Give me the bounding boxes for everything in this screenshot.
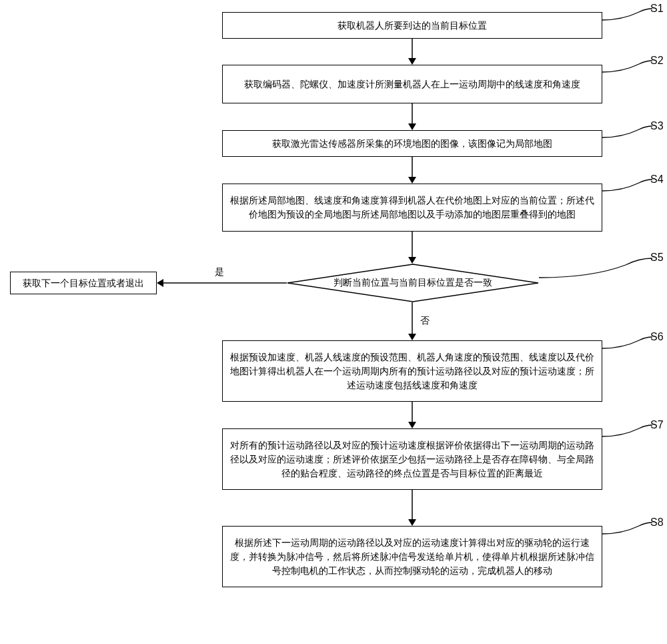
arrow-s5-s6 (406, 302, 418, 340)
arrow-s5-exit (157, 277, 287, 289)
step-s7-text: 对所有的预计运动路径以及对应的预计运动速度根据评价依据得出下一运动周期的运动路径… (229, 438, 595, 480)
step-s1-text: 获取机器人所要到达的当前目标位置 (338, 19, 487, 33)
svg-marker-6 (408, 177, 416, 184)
step-exit: 获取下一个目标位置或者退出 (10, 272, 157, 294)
step-s4: 根据所述局部地图、线速度和角速度算得到机器人在代价地图上对应的当前位置；所述代价… (222, 184, 602, 232)
arrow-s7-s8 (406, 490, 418, 526)
decision-s5: 判断当前位置与当前目标位置是否一致 (287, 264, 539, 302)
svg-marker-16 (157, 279, 163, 287)
leader-s1 (602, 8, 652, 21)
svg-marker-8 (408, 257, 416, 264)
leader-s5 (539, 257, 652, 279)
step-s7: 对所有的预计运动路径以及对应的预计运动速度根据评价依据得出下一运动周期的运动路径… (222, 428, 602, 490)
svg-marker-2 (408, 58, 416, 65)
edge-label-no: 否 (420, 315, 430, 327)
svg-marker-14 (408, 519, 416, 526)
leader-s4 (602, 179, 652, 192)
leader-s6 (602, 336, 652, 350)
step-s1: 获取机器人所要到达的当前目标位置 (222, 12, 602, 39)
step-s8-text: 根据所述下一运动周期的运动路径以及对应的运动速度计算得出对应的驱动轮的运行速度，… (229, 536, 595, 578)
arrow-s3-s4 (406, 157, 418, 184)
step-s3: 获取激光雷达传感器所采集的环境地图的图像，该图像记为局部地图 (222, 130, 602, 157)
svg-marker-12 (408, 422, 416, 428)
leader-s8 (602, 522, 652, 535)
step-s3-text: 获取激光雷达传感器所采集的环境地图的图像，该图像记为局部地图 (272, 137, 552, 151)
arrow-s1-s2 (406, 39, 418, 65)
step-s2-text: 获取编码器、陀螺仪、加速度计所测量机器人在上一运动周期中的线速度和角速度 (244, 77, 580, 91)
decision-s5-text: 判断当前位置与当前目标位置是否一致 (287, 278, 539, 289)
step-s6: 根据预设加速度、机器人线速度的预设范围、机器人角速度的预设范围、线速度以及代价地… (222, 340, 602, 402)
svg-marker-4 (408, 123, 416, 130)
step-s4-text: 根据所述局部地图、线速度和角速度算得到机器人在代价地图上对应的当前位置；所述代价… (229, 194, 595, 222)
leader-s7 (602, 424, 652, 438)
leader-s3 (602, 125, 652, 139)
step-s6-text: 根据预设加速度、机器人线速度的预设范围、机器人角速度的预设范围、线速度以及代价地… (229, 350, 595, 392)
leader-s2 (602, 60, 652, 73)
edge-label-yes: 是 (215, 266, 224, 278)
svg-marker-10 (408, 334, 416, 340)
arrow-s4-s5 (406, 232, 418, 264)
arrow-s6-s7 (406, 402, 418, 428)
step-exit-text: 获取下一个目标位置或者退出 (23, 276, 144, 290)
step-s2: 获取编码器、陀螺仪、加速度计所测量机器人在上一运动周期中的线速度和角速度 (222, 65, 602, 103)
step-s8: 根据所述下一运动周期的运动路径以及对应的运动速度计算得出对应的驱动轮的运行速度，… (222, 526, 602, 587)
arrow-s2-s3 (406, 103, 418, 130)
